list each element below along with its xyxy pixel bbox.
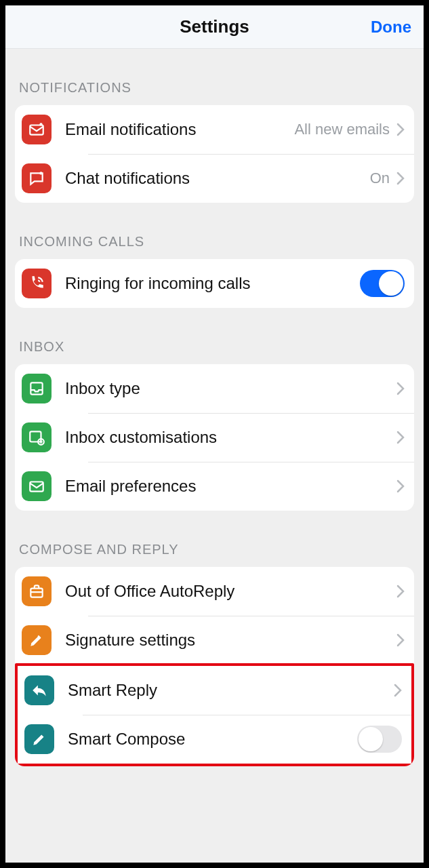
group-notifications: Email notifications All new emails Chat …: [15, 105, 414, 203]
chat-notifications-label: Chat notifications: [65, 169, 190, 188]
chevron-right-icon: [396, 479, 405, 493]
mail-icon: [22, 115, 52, 144]
svg-rect-0: [30, 125, 43, 135]
signature-icon: [22, 625, 52, 655]
inbox-settings-icon: [22, 422, 52, 452]
row-inbox-customisations[interactable]: Inbox customisations: [15, 413, 414, 462]
group-compose: Out of Office AutoReply Signature settin…: [15, 567, 414, 766]
chevron-right-icon: [396, 431, 405, 444]
svg-rect-6: [30, 482, 43, 492]
ringing-label: Ringing for incoming calls: [65, 274, 250, 293]
svg-point-2: [39, 172, 42, 174]
section-header-compose: COMPOSE AND REPLY: [15, 511, 414, 567]
page-title: Settings: [180, 16, 249, 37]
email-notifications-value: All new emails: [294, 121, 390, 138]
chevron-right-icon: [396, 382, 405, 395]
row-chat-notifications[interactable]: Chat notifications On: [15, 154, 414, 203]
inbox-customisations-label: Inbox customisations: [65, 428, 217, 447]
chevron-right-icon: [396, 172, 405, 185]
out-of-office-label: Out of Office AutoReply: [65, 582, 234, 601]
row-smart-compose: Smart Compose: [18, 715, 411, 764]
smart-reply-label: Smart Reply: [68, 681, 157, 700]
pencil-icon: [24, 724, 54, 754]
done-button[interactable]: Done: [371, 18, 411, 37]
header-bar: Settings Done: [5, 5, 424, 49]
smart-compose-toggle[interactable]: [357, 726, 402, 753]
row-email-preferences[interactable]: Email preferences: [15, 462, 414, 511]
svg-rect-7: [30, 589, 42, 597]
row-ringing: Ringing for incoming calls: [15, 259, 414, 308]
highlight-box: Smart Reply Smart Compose: [15, 663, 414, 766]
inbox-type-label: Inbox type: [65, 379, 140, 398]
section-header-notifications: NOTIFICATIONS: [15, 49, 414, 105]
smart-compose-label: Smart Compose: [68, 730, 185, 749]
email-notifications-label: Email notifications: [65, 120, 196, 139]
chevron-right-icon: [396, 585, 405, 598]
chevron-right-icon: [396, 123, 405, 136]
group-inbox: Inbox type Inbox customisations Email pr…: [15, 364, 414, 511]
row-out-of-office[interactable]: Out of Office AutoReply: [15, 567, 414, 616]
section-header-inbox: INBOX: [15, 308, 414, 364]
chat-icon: [22, 163, 52, 193]
row-inbox-type[interactable]: Inbox type: [15, 364, 414, 413]
signature-settings-label: Signature settings: [65, 631, 195, 650]
svg-rect-3: [30, 382, 42, 394]
ringing-toggle[interactable]: [360, 270, 405, 297]
envelope-icon: [22, 471, 52, 501]
section-header-calls: INCOMING CALLS: [15, 203, 414, 259]
email-preferences-label: Email preferences: [65, 477, 196, 496]
chat-notifications-value: On: [370, 170, 390, 187]
row-email-notifications[interactable]: Email notifications All new emails: [15, 105, 414, 154]
inbox-icon: [22, 374, 52, 403]
reply-icon: [24, 675, 54, 705]
briefcase-icon: [22, 576, 52, 606]
settings-content: NOTIFICATIONS Email notifications All ne…: [5, 49, 424, 863]
chevron-right-icon: [394, 684, 402, 697]
svg-point-1: [39, 123, 42, 125]
row-smart-reply[interactable]: Smart Reply: [18, 666, 411, 715]
row-signature-settings[interactable]: Signature settings: [15, 616, 414, 665]
group-calls: Ringing for incoming calls: [15, 259, 414, 308]
chevron-right-icon: [396, 633, 405, 647]
phone-icon: [22, 269, 52, 298]
